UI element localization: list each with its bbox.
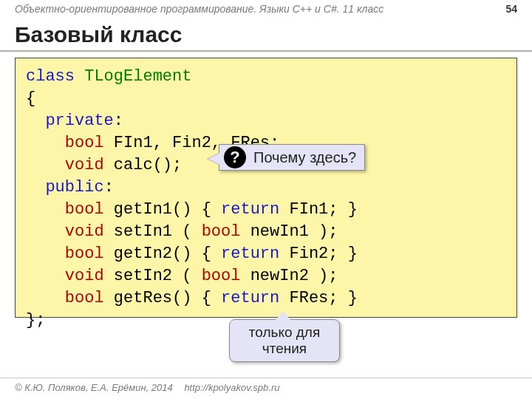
slide: { "header": { "course": "Объектно-ориент… xyxy=(0,0,532,399)
kw-class: class xyxy=(26,67,75,86)
brace-open: { xyxy=(26,89,35,108)
callout-readonly: только для чтения xyxy=(229,319,340,362)
footer-rule xyxy=(0,378,532,378)
footer-authors: © К.Ю. Поляков, Е.А. Ерёмин, 2014 xyxy=(15,382,173,393)
callout-readonly-l2: чтения xyxy=(239,341,330,357)
callout-why-here-text: Почему здесь? xyxy=(253,149,356,166)
callout-readonly-l1: только для xyxy=(239,324,330,341)
kw-void: void xyxy=(65,156,104,174)
footer-url: http://kpolyakov.spb.ru xyxy=(184,382,279,393)
code-block: class TLogElement { private: bool FIn1, … xyxy=(15,58,517,318)
calc-decl: calc(); xyxy=(104,156,183,174)
brace-close: }; xyxy=(26,311,45,330)
question-icon: ? xyxy=(224,146,246,168)
kw-public: public xyxy=(45,178,103,197)
kw-bool: bool xyxy=(65,134,104,152)
title-rule xyxy=(0,50,532,52)
footer: © К.Ю. Поляков, Е.А. Ерёмин, 2014 http:/… xyxy=(15,382,279,393)
topbar: Объектно-ориентированное программировани… xyxy=(15,3,517,15)
callout-why-here: ? Почему здесь? xyxy=(219,144,365,171)
kw-private: private xyxy=(45,112,113,130)
class-name: TLogElement xyxy=(75,67,191,86)
slide-title: Базовый класс xyxy=(15,22,182,47)
kw-return: return xyxy=(221,200,279,219)
course-name: Объектно-ориентированное программировани… xyxy=(15,3,383,15)
page-number: 54 xyxy=(505,3,517,15)
